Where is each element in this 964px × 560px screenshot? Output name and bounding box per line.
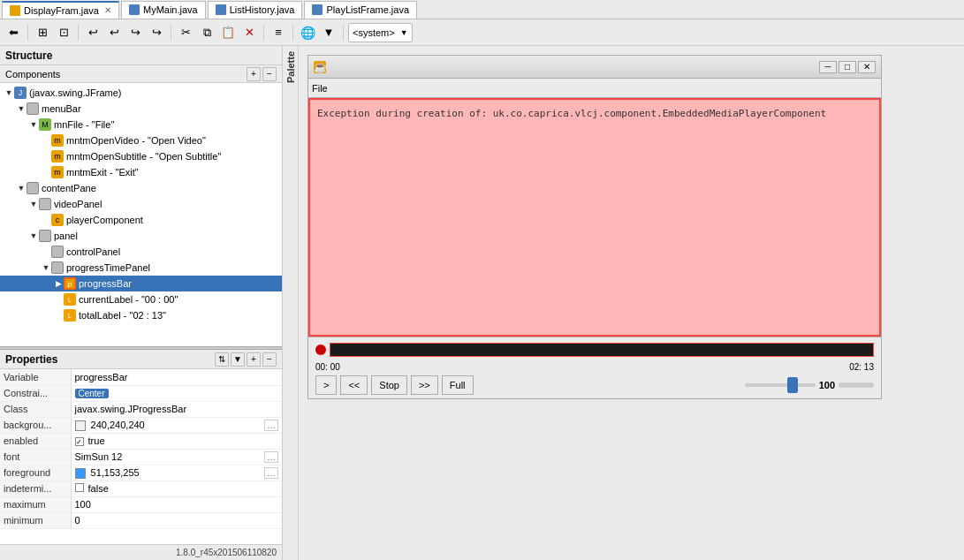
fg-more-btn[interactable]: …: [264, 467, 278, 479]
toolbar-grid-btn[interactable]: ⊡: [54, 23, 73, 42]
tree-item-openvideo[interactable]: ▶ m mntmOpenVideo - "Open Video": [0, 132, 282, 148]
bg-more-btn[interactable]: …: [264, 420, 278, 431]
prop-sort-btn[interactable]: ⇅: [215, 352, 229, 367]
vol-track-right[interactable]: [839, 382, 874, 388]
tree-item-progresstimepanel[interactable]: ▼ progressTimePanel: [0, 260, 282, 276]
slider-thumb[interactable]: [787, 377, 798, 393]
toolbar-layout-btn[interactable]: ⊞: [33, 23, 52, 42]
toolbar-undo2-btn[interactable]: ↩: [104, 23, 124, 42]
preview-maximize-btn[interactable]: □: [839, 61, 856, 73]
ctrl-prev-btn[interactable]: >: [315, 375, 337, 395]
prop-remove-btn[interactable]: −: [262, 352, 277, 367]
expand-controlpanel: ▶: [41, 246, 51, 257]
expand-menubar[interactable]: ▼: [16, 103, 27, 114]
preview-minimize-btn[interactable]: ─: [819, 61, 837, 73]
prop-row-maximum: maximum 100: [0, 496, 282, 512]
tree-item-totallabel[interactable]: ▶ L totalLabel - "02 : 13": [0, 307, 282, 323]
prop-val-foreground[interactable]: 51,153,255 …: [71, 465, 282, 481]
font-more-btn[interactable]: …: [264, 451, 278, 463]
tree-item-menubar[interactable]: ▼ menuBar: [0, 101, 282, 117]
toolbar-redo-btn[interactable]: ↪: [125, 23, 145, 42]
prop-val-class[interactable]: javax.swing.JProgressBar: [71, 401, 282, 417]
label-progresstimepanel: progressTimePanel: [66, 262, 150, 273]
enabled-checkbox[interactable]: ✓: [75, 437, 84, 446]
toolbar-copy-btn[interactable]: ⧉: [197, 23, 216, 42]
tab-label-playlist: PlayListFrame.java: [326, 4, 409, 15]
label-menubar: menuBar: [42, 103, 81, 114]
icon-videopanel: [39, 198, 51, 210]
label-contentpane: contentPane: [42, 183, 96, 193]
icon-openvideo: m: [51, 134, 64, 147]
prop-row-class: Class javax.swing.JProgressBar: [0, 401, 282, 417]
label-progressbar: progressBar: [79, 278, 132, 289]
indeterminate-checkbox[interactable]: [75, 483, 84, 492]
tree-item-currentlabel[interactable]: ▶ L currentLabel - "00 : 00": [0, 291, 282, 307]
tree-item-exit[interactable]: ▶ m mntmExit - "Exit": [0, 164, 282, 180]
toolbar-cut-btn[interactable]: ✂: [176, 23, 195, 42]
icon-menubar: [27, 102, 39, 115]
slider-track[interactable]: [745, 383, 816, 387]
remove-component-btn[interactable]: −: [262, 67, 277, 81]
preview-title-left: ☕: [314, 61, 331, 73]
expand-currentlabel: ▶: [53, 294, 64, 305]
toolbar-undo-btn[interactable]: ↩: [83, 23, 102, 42]
preview-close-btn[interactable]: ✕: [858, 61, 876, 73]
properties-header: Properties ⇅ ▼ + −: [0, 350, 282, 369]
toolbar-list-btn[interactable]: ≡: [269, 23, 288, 42]
tree-item-progressbar[interactable]: ▶ p progressBar: [0, 276, 282, 291]
toolbar-delete-btn[interactable]: ✕: [239, 23, 259, 42]
prop-val-indeterminate[interactable]: false: [71, 481, 282, 496]
toolbar-globe-arrow-btn[interactable]: ▼: [319, 23, 338, 42]
ctrl-fwd-btn[interactable]: >>: [411, 375, 438, 395]
tree-item-opensubtitle[interactable]: ▶ m mntmOpenSubtitle - "Open Subtitle": [0, 148, 282, 164]
progress-indicator: [315, 344, 326, 355]
toolbar-globe-btn[interactable]: 🌐: [298, 23, 317, 42]
expand-contentpane[interactable]: ▼: [16, 183, 27, 193]
ctrl-rew-btn[interactable]: <<: [340, 375, 368, 395]
expand-jframe[interactable]: ▼: [4, 87, 14, 98]
prop-filter-btn[interactable]: ▼: [231, 352, 245, 367]
expand-videopanel[interactable]: ▼: [28, 199, 39, 209]
system-dropdown[interactable]: <system> ▼: [348, 23, 413, 42]
add-component-btn[interactable]: +: [247, 67, 261, 81]
icon-progressbar: p: [64, 277, 76, 290]
tab-my-main[interactable]: MyMain.java: [121, 1, 206, 19]
prop-val-constrai[interactable]: Center: [71, 385, 282, 401]
tree-item-jframe[interactable]: ▼ J (javax.swing.JFrame): [0, 85, 282, 101]
tree-item-mnfile[interactable]: ▼ M mnFile - "File": [0, 117, 282, 132]
prop-val-maximum[interactable]: 100: [71, 496, 282, 512]
status-text: 1.8.0_r45x201506110820: [176, 548, 277, 557]
volume-label: 100: [819, 380, 835, 390]
ctrl-stop-btn[interactable]: Stop: [371, 375, 407, 395]
prop-val-font[interactable]: SimSun 12 …: [71, 449, 282, 465]
tab-icon-display: [10, 5, 20, 16]
prop-val-minimum[interactable]: 0: [71, 512, 282, 528]
tree-item-controlpanel[interactable]: ▶ controlPanel: [0, 244, 282, 260]
tree-item-panel[interactable]: ▼ panel: [0, 228, 282, 244]
ctrl-full-btn[interactable]: Full: [442, 375, 474, 395]
fg-color-value: 51,153,255: [91, 467, 140, 478]
tab-display-frame[interactable]: DisplayFram.java ✕: [2, 1, 119, 19]
toolbar-back-btn[interactable]: ⬅: [4, 23, 23, 42]
tree-item-playercomponent[interactable]: ▶ c playerComponent: [0, 212, 282, 228]
tree-item-videopanel[interactable]: ▼ videoPanel: [0, 196, 282, 212]
preview-menubar: File: [308, 79, 881, 98]
expand-panel[interactable]: ▼: [28, 231, 39, 241]
toolbar-redo2-btn[interactable]: ↪: [147, 23, 166, 42]
prop-val-variable[interactable]: progressBar: [71, 369, 282, 385]
progress-bar-container[interactable]: [330, 343, 874, 357]
expand-progresstimepanel[interactable]: ▼: [41, 262, 51, 273]
toolbar-paste-btn[interactable]: 📋: [218, 23, 238, 42]
prop-add-btn[interactable]: +: [247, 352, 261, 367]
expand-mnfile[interactable]: ▼: [28, 119, 39, 130]
prop-val-enabled[interactable]: ✓ true: [71, 433, 282, 449]
tab-playlist-frame[interactable]: PlayListFrame.java: [304, 1, 417, 19]
tab-list-history[interactable]: ListHistory.java: [208, 1, 303, 19]
expand-exit: ▶: [41, 167, 51, 178]
prop-val-background[interactable]: 240,240,240 …: [71, 417, 282, 433]
label-mnfile: mnFile - "File": [54, 119, 114, 130]
close-tab-display[interactable]: ✕: [104, 5, 111, 15]
tree-item-contentpane[interactable]: ▼ contentPane: [0, 180, 282, 196]
preview-menu-file[interactable]: File: [312, 83, 328, 94]
prop-row-variable: Variable progressBar: [0, 369, 282, 385]
